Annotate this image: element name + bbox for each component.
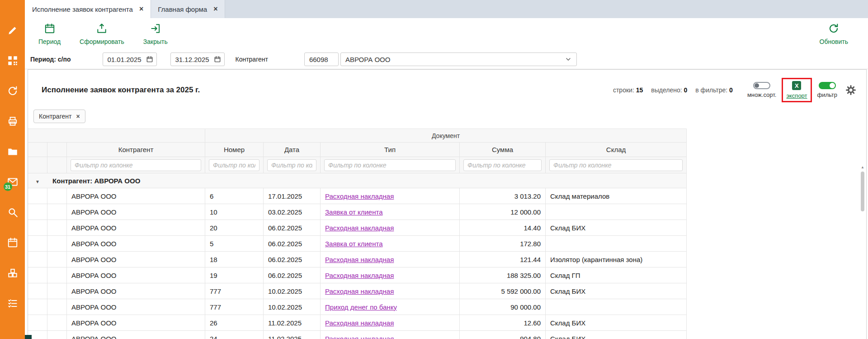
column-filter-input-date[interactable] bbox=[267, 159, 316, 171]
cell-type: Заявка от клиента bbox=[321, 236, 460, 252]
printer-icon[interactable] bbox=[7, 115, 19, 127]
table-row: АВРОРА ООО 20 06.02.2025 Расходная накла… bbox=[28, 220, 687, 236]
tab-glavnaya-forma[interactable]: Главная форма × bbox=[151, 0, 225, 18]
document-link[interactable]: Расходная накладная bbox=[325, 319, 394, 327]
cell-sum: 12 000.00 bbox=[460, 204, 546, 220]
document-link[interactable]: Расходная накладная bbox=[325, 224, 394, 232]
date-from-field[interactable] bbox=[103, 53, 157, 66]
cell-date: 06.02.2025 bbox=[264, 236, 321, 252]
cell-counterparty: АВРОРА ООО bbox=[67, 220, 205, 236]
refresh-button[interactable]: Обновить bbox=[820, 23, 848, 45]
cell-counterparty: АВРОРА ООО bbox=[67, 204, 205, 220]
report-header: Исполнение заявок контрагента за 2025 г.… bbox=[28, 70, 866, 102]
generate-button-label: Сформировать bbox=[80, 38, 124, 45]
filter-chip-counterparty[interactable]: Контрагент × bbox=[33, 110, 85, 123]
document-link[interactable]: Расходная накладная bbox=[325, 192, 394, 200]
table-row: АВРОРА ООО 26 11.02.2025 Расходная накла… bbox=[28, 315, 687, 331]
sync-icon[interactable] bbox=[7, 85, 19, 97]
column-filter-input-type[interactable] bbox=[324, 159, 456, 171]
cell-date: 06.02.2025 bbox=[264, 252, 321, 267]
filter-label: фильтр bbox=[817, 91, 837, 98]
excel-icon[interactable]: X bbox=[792, 81, 801, 90]
document-link[interactable]: Расходная накладная bbox=[325, 256, 394, 263]
tab-ispolnenie-zayavok[interactable]: Исполнение заявок контрагента × bbox=[25, 0, 151, 18]
filter-toggle[interactable] bbox=[819, 82, 836, 89]
export-label[interactable]: экспорт bbox=[786, 92, 807, 99]
scrollbar-thumb[interactable] bbox=[861, 172, 864, 211]
column-header-expand bbox=[28, 143, 47, 157]
table-row: АВРОРА ООО 5 06.02.2025 Заявка от клиент… bbox=[28, 236, 687, 252]
scroll-up-icon[interactable]: ▲ bbox=[860, 165, 865, 170]
report-card: Исполнение заявок контрагента за 2025 г.… bbox=[28, 69, 867, 339]
date-to-field[interactable] bbox=[170, 53, 225, 66]
counterparty-label: Контрагент bbox=[236, 56, 268, 63]
close-icon[interactable]: × bbox=[213, 5, 217, 13]
document-link[interactable]: Заявка от клиента bbox=[325, 208, 382, 216]
period-button[interactable]: Период bbox=[38, 23, 61, 45]
cell-type: Расходная накладная bbox=[321, 252, 460, 267]
selected-stat: выделено: 0 bbox=[651, 86, 687, 94]
cell-sum: 5 592 000.00 bbox=[460, 283, 546, 299]
cell-type: Расходная накладная bbox=[321, 315, 460, 331]
column-header-number[interactable]: Номер bbox=[205, 143, 264, 157]
column-header-warehouse[interactable]: Склад bbox=[546, 143, 687, 157]
column-filter-input-counterparty[interactable] bbox=[71, 159, 201, 171]
close-icon[interactable]: × bbox=[76, 113, 80, 120]
cell-warehouse: Склад материалов bbox=[546, 188, 687, 204]
column-filter-input-sum[interactable] bbox=[463, 159, 542, 171]
table-row: АВРОРА ООО 6 17.01.2025 Расходная наклад… bbox=[28, 188, 687, 204]
warehouse-icon[interactable] bbox=[7, 267, 19, 279]
close-icon[interactable]: × bbox=[139, 5, 143, 13]
counterparty-select[interactable]: АВРОРА ООО bbox=[340, 53, 577, 66]
column-header-counterparty[interactable]: Контрагент bbox=[67, 143, 205, 157]
cell-warehouse bbox=[546, 204, 687, 220]
gear-icon[interactable] bbox=[845, 85, 856, 95]
header-corner bbox=[28, 129, 205, 143]
document-link[interactable]: Приход денег по банку bbox=[325, 303, 397, 311]
vertical-scrollbar[interactable]: ▲ bbox=[860, 165, 865, 339]
cell-number: 5 bbox=[205, 236, 264, 252]
qr-grid-icon[interactable] bbox=[7, 55, 19, 67]
document-link[interactable]: Расходная накладная bbox=[325, 272, 394, 279]
column-header-date[interactable]: Дата bbox=[264, 143, 321, 157]
mail-icon[interactable]: 31 bbox=[7, 176, 19, 188]
tab-label: Исполнение заявок контрагента bbox=[32, 5, 133, 13]
search-icon[interactable] bbox=[7, 206, 19, 218]
cell-number: 777 bbox=[205, 299, 264, 315]
cell-sum: 90 000.00 bbox=[460, 299, 546, 315]
page-title: Исполнение заявок контрагента за 2025 г. bbox=[42, 86, 200, 95]
cell-number: 6 bbox=[205, 188, 264, 204]
close-form-button[interactable]: Закрыть bbox=[143, 23, 168, 45]
document-link[interactable]: Заявка от клиента bbox=[325, 240, 382, 248]
multisort-toggle[interactable] bbox=[753, 82, 770, 89]
generate-button[interactable]: Сформировать bbox=[80, 23, 124, 45]
cell-counterparty: АВРОРА ООО bbox=[67, 331, 205, 339]
chip-label: Контрагент bbox=[39, 113, 71, 120]
filter-control: фильтр bbox=[817, 82, 837, 98]
report-toolbar: Период Сформировать Закрыть Обновить bbox=[25, 18, 868, 50]
tasks-icon[interactable] bbox=[7, 297, 19, 309]
table-row: АВРОРА ООО 24 11.02.2025 Расходная накла… bbox=[28, 331, 687, 339]
document-link[interactable]: Расходная накладная bbox=[325, 335, 394, 339]
calendar-icon[interactable] bbox=[7, 237, 19, 248]
export-button[interactable]: X экспорт bbox=[786, 81, 807, 99]
document-link[interactable]: Расходная накладная bbox=[325, 287, 394, 295]
counterparty-code-input[interactable] bbox=[304, 53, 339, 66]
cell-number: 24 bbox=[205, 331, 264, 339]
column-header-type[interactable]: Тип bbox=[321, 143, 460, 157]
column-header-sum[interactable]: Сумма bbox=[460, 143, 546, 157]
column-filter-input-warehouse[interactable] bbox=[549, 159, 683, 171]
period-button-label: Период bbox=[38, 38, 61, 45]
cell-type: Заявка от клиента bbox=[321, 204, 460, 220]
folder-icon[interactable] bbox=[7, 146, 19, 158]
column-filter-input-number[interactable] bbox=[209, 159, 259, 171]
calendar-icon[interactable] bbox=[214, 56, 221, 64]
cell-counterparty: АВРОРА ООО bbox=[67, 315, 205, 331]
cell-warehouse: Склад БИХ bbox=[546, 283, 687, 299]
cell-sum: 904.80 bbox=[460, 331, 546, 339]
cell-number: 26 bbox=[205, 315, 264, 331]
multisort-label: множ.сорт. bbox=[747, 91, 776, 98]
edit-icon[interactable] bbox=[7, 24, 19, 36]
calendar-icon[interactable] bbox=[146, 56, 153, 64]
collapse-triangle-icon[interactable]: ▼ bbox=[35, 179, 40, 184]
